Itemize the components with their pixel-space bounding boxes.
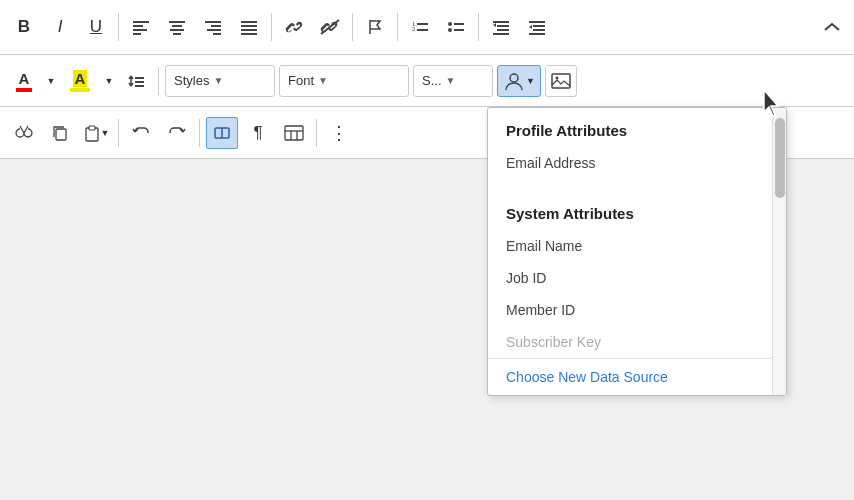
more-button[interactable]: ⋮	[323, 117, 355, 149]
align-right-icon	[204, 18, 222, 36]
unlink-button[interactable]	[314, 11, 346, 43]
svg-text:2.: 2.	[412, 26, 417, 32]
svg-rect-33	[135, 77, 144, 79]
font-color-label: A	[19, 70, 30, 87]
job-id-item[interactable]: Job ID	[488, 262, 772, 294]
link-button[interactable]	[278, 11, 310, 43]
highlight-color-button[interactable]: A	[62, 63, 98, 99]
line-spacing-button[interactable]	[120, 65, 152, 97]
font-chevron-icon: ▼	[318, 75, 328, 86]
italic-button[interactable]: I	[44, 11, 76, 43]
font-color-chevron-icon: ▼	[47, 76, 56, 86]
svg-rect-1	[133, 25, 143, 27]
svg-rect-4	[169, 21, 185, 23]
copy-icon	[51, 124, 69, 142]
copy-button[interactable]	[44, 117, 76, 149]
unordered-list-icon	[447, 18, 465, 36]
highlight-chevron-icon: ▼	[105, 76, 114, 86]
styles-chevron-icon: ▼	[213, 75, 223, 86]
image-icon	[551, 71, 571, 91]
cut-button[interactable]	[8, 117, 40, 149]
align-justify-icon	[240, 18, 258, 36]
toolbar-top: B I U 1. 2.	[0, 0, 854, 55]
profile-section-title: Profile Attributes	[488, 108, 772, 147]
gap	[488, 179, 772, 191]
link-icon	[284, 18, 304, 36]
svg-rect-29	[529, 21, 545, 23]
person-icon	[503, 70, 525, 92]
unlink-icon	[319, 18, 341, 36]
email-name-item[interactable]: Email Name	[488, 230, 772, 262]
dropdown-scrollbar[interactable]	[772, 108, 786, 395]
svg-rect-5	[172, 25, 182, 27]
svg-rect-24	[454, 29, 464, 31]
image-button[interactable]	[545, 65, 577, 97]
email-address-item[interactable]: Email Address	[488, 147, 772, 179]
font-color-button[interactable]: A	[8, 63, 40, 99]
table-button[interactable]	[278, 117, 310, 149]
align-center-button[interactable]	[161, 11, 193, 43]
svg-rect-44	[285, 126, 303, 140]
paste-button[interactable]: ▼	[80, 117, 112, 149]
align-left-icon	[132, 18, 150, 36]
cut-icon	[15, 124, 33, 142]
indent-increase-button[interactable]	[521, 11, 553, 43]
indent-decrease-icon	[492, 18, 510, 36]
svg-rect-10	[207, 29, 221, 31]
svg-rect-31	[533, 29, 545, 31]
svg-rect-26	[497, 25, 509, 27]
svg-point-23	[448, 28, 452, 32]
dropdown-panel: Profile Attributes Email Address System …	[487, 107, 787, 396]
svg-rect-32	[529, 33, 545, 35]
ordered-list-button[interactable]: 1. 2.	[404, 11, 436, 43]
bold-button[interactable]: B	[8, 11, 40, 43]
font-dropdown[interactable]: Font ▼	[279, 65, 409, 97]
highlight-dropdown-button[interactable]: ▼	[102, 65, 116, 97]
unordered-list-button[interactable]	[440, 11, 472, 43]
redo-button[interactable]	[161, 117, 193, 149]
underline-button[interactable]: U	[80, 11, 112, 43]
svg-rect-6	[170, 29, 184, 31]
align-right-button[interactable]	[197, 11, 229, 43]
paste-icon	[83, 124, 101, 142]
size-label: S...	[422, 73, 442, 88]
highlight-bar	[70, 88, 90, 92]
svg-rect-25	[493, 21, 509, 23]
svg-rect-12	[241, 21, 257, 23]
indent-decrease-button[interactable]	[485, 11, 517, 43]
svg-rect-15	[241, 33, 257, 35]
line-spacing-icon	[127, 72, 145, 90]
svg-rect-30	[533, 25, 545, 27]
svg-rect-37	[552, 74, 570, 88]
font-label: Font	[288, 73, 314, 88]
subscriber-key-item[interactable]: Subscriber Key	[488, 326, 772, 358]
pilcrow-button[interactable]: ¶	[242, 117, 274, 149]
flag-icon	[366, 18, 384, 36]
block-button[interactable]	[206, 117, 238, 149]
undo-button[interactable]	[125, 117, 157, 149]
separator-9	[316, 119, 317, 147]
svg-rect-39	[56, 129, 66, 140]
align-justify-button[interactable]	[233, 11, 265, 43]
system-section-title: System Attributes	[488, 191, 772, 230]
redo-icon	[168, 124, 186, 142]
styles-dropdown[interactable]: Styles ▼	[165, 65, 275, 97]
choose-data-source-link[interactable]: Choose New Data Source	[488, 358, 772, 395]
separator-2	[271, 13, 272, 41]
svg-rect-22	[454, 23, 464, 25]
indent-increase-icon	[528, 18, 546, 36]
font-color-dropdown-button[interactable]: ▼	[44, 65, 58, 97]
svg-rect-41	[89, 126, 95, 130]
svg-rect-18	[417, 23, 428, 25]
highlight-label: A	[73, 70, 88, 87]
size-dropdown[interactable]: S... ▼	[413, 65, 493, 97]
svg-rect-13	[241, 25, 257, 27]
styles-label: Styles	[174, 73, 209, 88]
flag-button[interactable]	[359, 11, 391, 43]
align-left-button[interactable]	[125, 11, 157, 43]
separator-5	[478, 13, 479, 41]
member-id-item[interactable]: Member ID	[488, 294, 772, 326]
person-button[interactable]: ▼	[497, 65, 541, 97]
collapse-button[interactable]	[818, 13, 846, 41]
svg-rect-2	[133, 29, 147, 31]
